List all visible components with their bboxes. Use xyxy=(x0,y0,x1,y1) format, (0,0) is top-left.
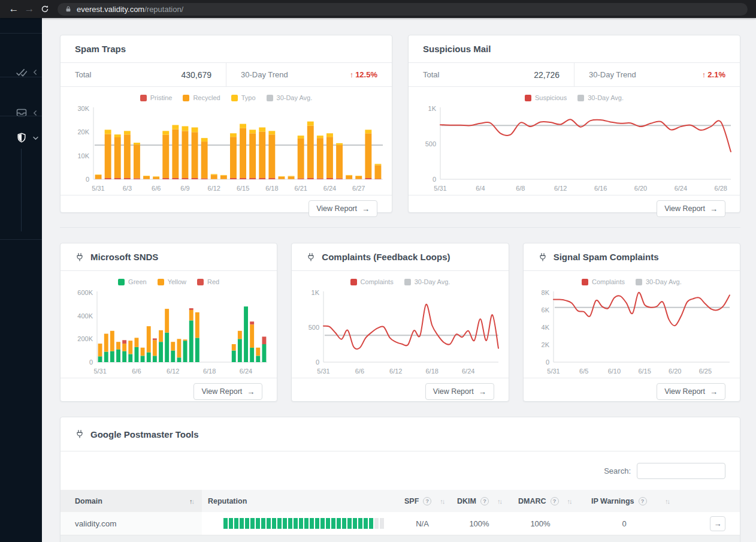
chart-zone: Complaints30-Day Avg. 02K4K6K8K5/316/56/… xyxy=(524,271,740,378)
reload-button[interactable] xyxy=(37,1,53,17)
help-icon[interactable]: ? xyxy=(423,497,431,505)
section-divider xyxy=(60,227,740,228)
chevron-left-icon xyxy=(33,70,37,75)
spf-cell: N/A xyxy=(396,512,449,535)
svg-text:6/5: 6/5 xyxy=(579,368,588,375)
suspicious-mail-chart: 05001K5/316/46/86/126/166/206/246/28 xyxy=(414,104,734,195)
sort-icon[interactable]: ↑↓ xyxy=(665,498,669,505)
svg-text:10K: 10K xyxy=(77,152,89,159)
svg-text:6/18: 6/18 xyxy=(203,368,216,375)
back-button[interactable]: ← xyxy=(6,1,22,17)
svg-text:5/31: 5/31 xyxy=(434,185,446,192)
svg-text:6/3: 6/3 xyxy=(123,185,132,192)
svg-text:2K: 2K xyxy=(542,341,550,348)
legend-swatch xyxy=(140,95,147,101)
chart-legend: PristineRecycledTypo30-Day Avg. xyxy=(140,92,313,104)
view-report-button[interactable]: View Report→ xyxy=(657,200,725,217)
help-icon[interactable]: ? xyxy=(480,497,489,505)
svg-text:5/31: 5/31 xyxy=(93,368,106,375)
view-report-button[interactable]: View Report→ xyxy=(309,200,377,217)
sort-icon[interactable]: ↑↓ xyxy=(497,498,501,505)
svg-text:6/20: 6/20 xyxy=(634,185,647,192)
chart-legend: GreenYellowRed xyxy=(118,276,219,288)
view-report-button[interactable]: View Report→ xyxy=(193,383,262,400)
reputation-segment xyxy=(277,518,282,529)
view-report-button[interactable]: View Report→ xyxy=(425,383,494,400)
reputation-segment xyxy=(342,518,346,529)
svg-text:5/31: 5/31 xyxy=(92,185,104,192)
table-row[interactable]: validity.com N/A 100% 100% 0 → xyxy=(61,512,740,535)
column-header-dkim[interactable]: DKIM ? ↑↓ xyxy=(449,490,510,512)
svg-text:6/24: 6/24 xyxy=(462,368,474,375)
trend-value: ↑12.5% xyxy=(350,70,377,79)
chart-zone: GreenYellowRed 0200K400K600K5/316/66/126… xyxy=(61,271,277,378)
sidebar-item-reputation-active[interactable] xyxy=(0,125,42,151)
card-footer: View Report→ xyxy=(409,195,740,222)
reputation-bar xyxy=(223,518,385,529)
sidebar-divider xyxy=(0,239,42,240)
svg-text:4K: 4K xyxy=(542,324,550,331)
reputation-segment xyxy=(240,518,244,529)
dkim-cell: 100% xyxy=(449,512,510,535)
arrow-up-icon: ↑ xyxy=(350,70,354,79)
card-title: Google Postmaster Tools xyxy=(61,417,740,451)
table-next-row xyxy=(61,535,740,542)
action-cell: → xyxy=(678,512,740,535)
complaints-card: Complaints (Feedback Loops) Complaints30… xyxy=(291,243,509,402)
legend-swatch xyxy=(197,279,204,285)
arrow-right-icon: → xyxy=(710,204,718,213)
svg-text:500: 500 xyxy=(425,140,436,147)
reputation-segment xyxy=(364,518,368,529)
column-header-spf[interactable]: SPF ? ↑↓ xyxy=(396,490,449,512)
reputation-segment xyxy=(283,518,287,529)
search-input[interactable] xyxy=(637,463,725,479)
svg-text:6/6: 6/6 xyxy=(152,185,161,192)
spam-traps-card: Spam Traps Total 430,679 30-Day Trend ↑1… xyxy=(60,35,392,213)
total-stat: Total 430,679 xyxy=(61,63,226,86)
card-footer: View Report→ xyxy=(524,378,740,405)
card-title: Suspicious Mail xyxy=(409,35,740,63)
url-path: /reputation/ xyxy=(144,5,183,14)
url-bar[interactable]: everest.validity.com/reputation/ xyxy=(58,3,748,16)
card-title: Microsoft SNDS xyxy=(61,243,277,271)
svg-text:6/8: 6/8 xyxy=(516,185,525,192)
sidebar-item-validation[interactable] xyxy=(0,59,42,85)
card-title-text: Microsoft SNDS xyxy=(90,252,158,262)
svg-text:200K: 200K xyxy=(77,335,93,342)
svg-text:500: 500 xyxy=(309,324,319,331)
total-stat: Total 22,726 xyxy=(409,63,574,86)
microsoft-snds-chart: 0200K400K600K5/316/66/126/186/24 xyxy=(67,288,271,378)
reputation-segment xyxy=(374,518,379,529)
sort-icon[interactable]: ↑↓ xyxy=(189,498,193,505)
reputation-segment xyxy=(326,518,330,529)
column-header-dmarc[interactable]: DMARC ? ↑↓ xyxy=(510,490,571,512)
view-report-button[interactable]: View Report→ xyxy=(657,383,725,400)
card-title-text: Google Postmaster Tools xyxy=(90,429,199,439)
sort-icon[interactable]: ↑↓ xyxy=(440,498,444,505)
sidebar xyxy=(0,18,42,542)
svg-text:5/31: 5/31 xyxy=(548,368,560,375)
sidebar-item-inbox[interactable] xyxy=(0,100,42,126)
help-icon[interactable]: ? xyxy=(639,497,647,505)
double-check-icon xyxy=(16,66,28,78)
legend-swatch xyxy=(183,95,189,101)
stat-label: Total xyxy=(75,70,91,79)
chart-zone: Complaints30-Day Avg. 05001K5/316/66/126… xyxy=(292,271,508,378)
svg-text:6/12: 6/12 xyxy=(167,368,179,375)
row-detail-button[interactable]: → xyxy=(710,516,725,531)
reputation-segment xyxy=(250,518,255,529)
column-header-ip-warnings[interactable]: IP Warnings ? ↑↓ xyxy=(571,490,678,512)
reputation-segment xyxy=(331,518,335,529)
reputation-segment xyxy=(337,518,341,529)
help-icon[interactable]: ? xyxy=(551,497,559,505)
legend-item: 30-Day Avg. xyxy=(636,278,682,285)
svg-text:8K: 8K xyxy=(542,289,550,296)
sidebar-divider xyxy=(0,33,42,34)
reputation-segment xyxy=(320,518,325,529)
card-title-text: Suspicious Mail xyxy=(423,44,491,54)
reputation-segment xyxy=(294,518,298,529)
column-header-domain[interactable]: Domain ↑↓ xyxy=(61,490,202,512)
svg-text:30K: 30K xyxy=(77,105,89,112)
forward-button[interactable]: → xyxy=(22,1,37,17)
reputation-segment xyxy=(272,518,276,529)
